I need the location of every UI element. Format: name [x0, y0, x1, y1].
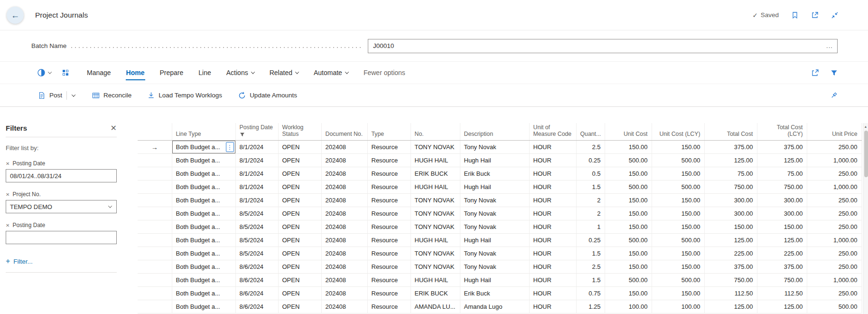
cell-description[interactable]: Hugh Hail	[460, 274, 529, 287]
table-row[interactable]: Both Budget a...8/6/2024OPEN202408Resour…	[138, 260, 861, 274]
cell-quantity[interactable]: 1	[576, 220, 605, 234]
cell-no[interactable]: TONY NOVAK	[411, 207, 460, 220]
analysis-mode-button[interactable]	[37, 68, 51, 77]
cell-unit-cost-lcy[interactable]: 150.00	[652, 260, 704, 274]
cell-unit-cost[interactable]: 150.00	[605, 247, 652, 260]
cell-description[interactable]: Erik Buck	[460, 287, 529, 300]
back-button[interactable]: ←	[7, 7, 24, 24]
cell-line-type[interactable]: Both Budget a...	[172, 207, 235, 220]
cell-total-cost-lcy[interactable]: 225.00	[757, 247, 807, 260]
cell-no[interactable]: HUGH HAIL	[411, 181, 460, 194]
row-indicator-cell[interactable]	[138, 287, 172, 300]
close-filter-pane-button[interactable]: ✕	[111, 124, 117, 132]
cell-unit-price[interactable]: 1,000.00	[807, 234, 861, 247]
cell-document-no[interactable]: 202408	[321, 247, 367, 260]
cell-no[interactable]: TONY NOVAK	[411, 247, 460, 260]
cell-unit-cost[interactable]: 150.00	[605, 207, 652, 220]
cell-line-type[interactable]: Both Budget a...⋮	[172, 141, 235, 154]
cell-total-cost-lcy[interactable]: 300.00	[757, 194, 807, 207]
cell-unit-cost-lcy[interactable]: 150.00	[652, 220, 704, 234]
cell-line-type[interactable]: Both Budget a...	[172, 181, 235, 194]
cell-unit-of-measure-code[interactable]: HOUR	[529, 154, 576, 167]
table-row[interactable]: →Both Budget a...⋮8/1/2024OPEN202408Reso…	[138, 141, 861, 154]
column-header-total-cost[interactable]: Total Cost	[704, 123, 757, 141]
cell-quantity[interactable]: 0.75	[576, 287, 605, 300]
cell-type[interactable]: Resource	[367, 220, 411, 234]
cell-total-cost[interactable]: 300.00	[704, 194, 757, 207]
cell-document-no[interactable]: 202408	[321, 167, 367, 181]
cell-unit-price[interactable]: 250.00	[807, 260, 861, 274]
cell-worklog-status[interactable]: OPEN	[278, 194, 321, 207]
cell-unit-cost[interactable]: 500.00	[605, 234, 652, 247]
cell-line-type[interactable]: Both Budget a...	[172, 287, 235, 300]
cell-posting-date[interactable]: 8/6/2024	[235, 260, 278, 274]
cell-unit-cost-lcy[interactable]: 150.00	[652, 207, 704, 220]
cell-total-cost[interactable]: 75.00	[704, 167, 757, 181]
cell-worklog-status[interactable]: OPEN	[278, 234, 321, 247]
cell-description[interactable]: Tony Novak	[460, 247, 529, 260]
cell-unit-of-measure-code[interactable]: HOUR	[529, 141, 576, 154]
update-amounts-button[interactable]: Update Amounts	[238, 92, 297, 99]
cell-unit-price[interactable]: 500.00	[807, 300, 861, 314]
cell-total-cost[interactable]: 225.00	[704, 247, 757, 260]
row-indicator-cell[interactable]	[138, 154, 172, 167]
project-no-filter-select[interactable]: TEMPO DEMO	[6, 200, 117, 213]
cell-document-no[interactable]: 202408	[321, 274, 367, 287]
cell-total-cost-lcy[interactable]: 300.00	[757, 207, 807, 220]
table-row[interactable]: Both Budget a...8/6/2024OPEN202408Resour…	[138, 300, 861, 314]
tab-home[interactable]: Home	[126, 63, 145, 82]
cell-unit-price[interactable]: 250.00	[807, 141, 861, 154]
column-header-quantity[interactable]: Quant...	[576, 123, 605, 141]
row-indicator-cell[interactable]	[138, 247, 172, 260]
cell-unit-price[interactable]: 250.00	[807, 287, 861, 300]
menu-automate[interactable]: Automate	[313, 63, 349, 82]
cell-unit-cost-lcy[interactable]: 150.00	[652, 141, 704, 154]
column-header-description[interactable]: Description	[460, 123, 529, 141]
bookmark-button[interactable]	[791, 11, 799, 19]
post-dropdown-button[interactable]	[71, 92, 76, 99]
cell-unit-price[interactable]: 1,000.00	[807, 154, 861, 167]
cell-unit-of-measure-code[interactable]: HOUR	[529, 167, 576, 181]
table-row[interactable]: Both Budget a...8/5/2024OPEN202408Resour…	[138, 234, 861, 247]
cell-unit-of-measure-code[interactable]: HOUR	[529, 194, 576, 207]
cell-posting-date[interactable]: 8/6/2024	[235, 274, 278, 287]
assist-edit-button[interactable]: ...	[822, 42, 837, 49]
cell-no[interactable]: ERIK BUCK	[411, 287, 460, 300]
cell-unit-cost[interactable]: 500.00	[605, 154, 652, 167]
remove-filter-icon[interactable]: ✕	[6, 192, 9, 197]
cell-line-type[interactable]: Both Budget a...	[172, 260, 235, 274]
cell-total-cost[interactable]: 150.00	[704, 220, 757, 234]
cell-total-cost[interactable]: 125.00	[704, 300, 757, 314]
cell-worklog-status[interactable]: OPEN	[278, 247, 321, 260]
cell-quantity[interactable]: 1.25	[576, 300, 605, 314]
cell-line-type[interactable]: Both Budget a...	[172, 194, 235, 207]
cell-worklog-status[interactable]: OPEN	[278, 207, 321, 220]
cell-total-cost[interactable]: 750.00	[704, 181, 757, 194]
cell-unit-of-measure-code[interactable]: HOUR	[529, 287, 576, 300]
fewer-options-button[interactable]: Fewer options	[363, 63, 406, 82]
cell-quantity[interactable]: 2.5	[576, 141, 605, 154]
cell-total-cost-lcy[interactable]: 375.00	[757, 141, 807, 154]
cell-worklog-status[interactable]: OPEN	[278, 260, 321, 274]
cell-document-no[interactable]: 202408	[321, 300, 367, 314]
cell-quantity[interactable]: 0.25	[576, 234, 605, 247]
cell-unit-cost[interactable]: 150.00	[605, 194, 652, 207]
batch-name-input[interactable]	[368, 42, 822, 49]
filter-pane-toggle-button[interactable]	[831, 69, 838, 76]
cell-type[interactable]: Resource	[367, 260, 411, 274]
row-indicator-cell[interactable]	[138, 207, 172, 220]
remove-filter-icon[interactable]: ✕	[6, 223, 9, 228]
cell-unit-cost-lcy[interactable]: 500.00	[652, 154, 704, 167]
cell-worklog-status[interactable]: OPEN	[278, 154, 321, 167]
cell-no[interactable]: HUGH HAIL	[411, 234, 460, 247]
cell-type[interactable]: Resource	[367, 300, 411, 314]
column-header-document-no[interactable]: Document No.	[321, 123, 367, 141]
cell-no[interactable]: TONY NOVAK	[411, 194, 460, 207]
cell-total-cost[interactable]: 300.00	[704, 207, 757, 220]
cell-unit-cost[interactable]: 100.00	[605, 300, 652, 314]
cell-total-cost-lcy[interactable]: 125.00	[757, 234, 807, 247]
reconcile-button[interactable]: Reconcile	[92, 92, 131, 99]
more-options-icon[interactable]: ⋮	[226, 142, 234, 152]
cell-posting-date[interactable]: 8/1/2024	[235, 181, 278, 194]
cell-worklog-status[interactable]: OPEN	[278, 300, 321, 314]
